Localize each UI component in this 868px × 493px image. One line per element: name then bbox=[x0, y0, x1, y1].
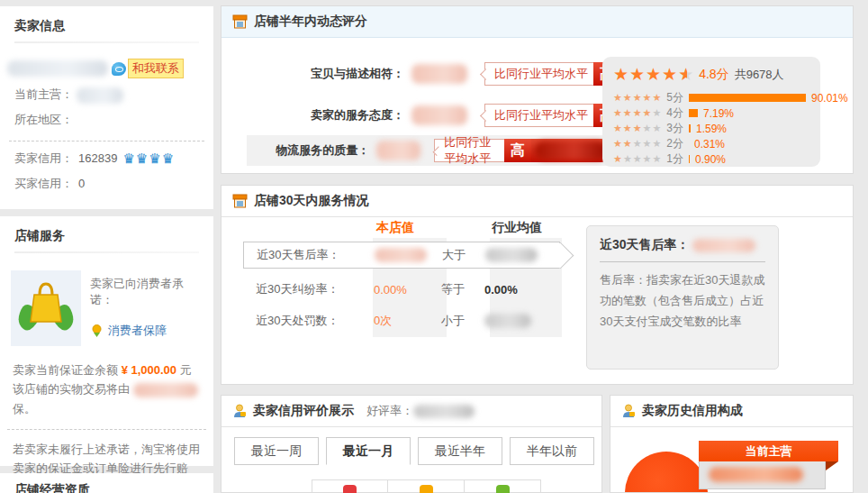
dist-percent: 90.01% bbox=[811, 92, 848, 105]
overall-score: 4.8分 bbox=[699, 67, 728, 83]
tab-last-month[interactable]: 最近一月 bbox=[326, 437, 411, 465]
deposit-amount: ¥ 1,000.00 bbox=[122, 363, 176, 377]
redacted-main-business bbox=[77, 87, 123, 104]
praise-icon bbox=[343, 485, 357, 493]
star-icons-empty: ★★★ bbox=[633, 138, 663, 150]
redacted-industry-value bbox=[485, 248, 538, 262]
person-icon bbox=[232, 404, 247, 418]
shop-service-section: 店铺服务 卖家已向消费者承诺： 消费者保障 bbox=[0, 216, 213, 466]
star-icons: ★★★★ bbox=[613, 64, 678, 85]
deposit-unit: 元 bbox=[180, 363, 192, 377]
contact-me-button[interactable]: 和我联系 bbox=[128, 59, 184, 78]
rating-dist-row: ★★★★★ 2分 0.31% bbox=[613, 136, 809, 151]
shop-icon bbox=[232, 194, 248, 208]
industry-value: 0.00% bbox=[484, 283, 518, 297]
redacted-industry-value bbox=[484, 314, 531, 328]
dist-percent: 0.90% bbox=[695, 153, 726, 166]
neutral-icon bbox=[420, 485, 433, 493]
aftersale-rate-row[interactable]: 近30天售后率： 大于 bbox=[243, 242, 560, 269]
rating-count: 共9678人 bbox=[735, 67, 784, 83]
consumer-guarantee-icon bbox=[11, 270, 81, 346]
star-icons-empty: ★★ bbox=[643, 123, 663, 134]
tab-last-week[interactable]: 最近一周 bbox=[234, 437, 319, 465]
redacted-guarantor bbox=[133, 383, 198, 397]
dynamic-score-header: 店铺半年内动态评分 bbox=[222, 6, 853, 38]
compare-label: 大于 bbox=[442, 247, 485, 263]
seller-credit-label: 卖家信用： bbox=[14, 151, 73, 167]
dist-percent: 1.59% bbox=[696, 123, 727, 135]
redacted-aftersale-value bbox=[692, 239, 755, 252]
credit-pie-chart bbox=[625, 452, 708, 493]
score-label: 卖家的服务态度： bbox=[247, 107, 404, 123]
seller-credit-value: 162839 bbox=[78, 151, 117, 165]
region-row: 所在地区： bbox=[0, 104, 213, 128]
redacted-score bbox=[411, 64, 467, 84]
credit-evaluation-title: 卖家信用评价展示 bbox=[253, 403, 354, 419]
dist-label: 2分 bbox=[666, 136, 683, 151]
redacted-praise-rate bbox=[413, 405, 475, 418]
shop-service-title: 店铺服务 bbox=[0, 216, 213, 261]
tab-before-half-year[interactable]: 半年以前 bbox=[510, 437, 594, 465]
consumer-guarantee-link[interactable]: 消费者保障 bbox=[108, 323, 167, 339]
negative-icon bbox=[496, 485, 510, 493]
redacted-score bbox=[411, 105, 467, 125]
badge-text: 比同行业平均水平 bbox=[484, 62, 593, 86]
info-box-title: 近30天售后率： bbox=[600, 237, 765, 262]
rating-dist-row: ★★★★★ 3分 1.59% bbox=[613, 121, 809, 136]
callout-body bbox=[699, 461, 826, 489]
dist-bar bbox=[689, 155, 690, 163]
service-row-label: 近30天处罚数： bbox=[243, 313, 365, 329]
star-icons: ★ bbox=[613, 153, 623, 165]
seller-name-row: 和我联系 bbox=[0, 51, 213, 78]
seller-info-title: 卖家信息 bbox=[0, 6, 213, 51]
table-cell-praise bbox=[312, 479, 388, 493]
main-business-row: 当前主营： bbox=[0, 78, 213, 104]
dist-percent: 7.19% bbox=[703, 107, 734, 120]
rating-dist-row: ★★★★★ 1分 0.90% bbox=[613, 151, 809, 167]
deposit-line2-prefix: 该店铺的实物交易将由 bbox=[13, 382, 130, 396]
deposit-line2-suffix: 保。 bbox=[13, 402, 36, 415]
buyer-credit-row: 买家信用： 0 bbox=[0, 167, 213, 192]
seller-credit-row: 卖家信用： 162839 ♛♛♛♛ bbox=[0, 142, 213, 167]
star-icons: ★★ bbox=[613, 138, 633, 150]
compare-label: 等于 bbox=[441, 281, 484, 297]
callout-banner: 当前主营 bbox=[699, 441, 838, 461]
main-business-callout: 当前主营 bbox=[699, 441, 838, 489]
rating-type-table bbox=[312, 479, 541, 493]
credit-evaluation-header: 卖家信用评价展示 好评率： bbox=[222, 396, 601, 427]
dist-bar bbox=[689, 109, 698, 117]
service-30day-header: 店铺30天内服务情况 bbox=[222, 186, 853, 217]
rating-dist-row: ★★★★★ 5分 90.01% bbox=[613, 90, 809, 105]
service-row-label: 近30天售后率： bbox=[244, 247, 366, 263]
col-header-shop: 本店值 bbox=[376, 220, 414, 236]
buyer-credit-label: 买家信用： bbox=[14, 176, 73, 192]
table-cell-neutral bbox=[388, 479, 465, 493]
dynamic-score-panel: 店铺半年内动态评分 宝贝与描述相符： 比同行业平均水平 高 卖家的服务态度： 比… bbox=[221, 5, 854, 174]
tab-last-half-year[interactable]: 最近半年 bbox=[418, 437, 502, 465]
shop-icon bbox=[232, 14, 248, 29]
col-header-industry: 行业均值 bbox=[492, 220, 542, 236]
shop-value: 0.00% bbox=[365, 283, 441, 297]
history-credit-title: 卖家历史信用构成 bbox=[642, 403, 743, 419]
penalty-count-row: 近30天处罚数： 0次 小于 bbox=[243, 307, 560, 334]
dist-label: 4分 bbox=[666, 105, 683, 121]
dist-bar bbox=[689, 124, 691, 132]
score-label: 宝贝与描述相符： bbox=[247, 66, 404, 82]
dist-bar bbox=[689, 94, 806, 102]
seller-info-section: 卖家信息 和我联系 当前主营： 所在地区： 卖家信用： 162839 ♛♛♛♛ … bbox=[0, 6, 213, 209]
score-row-logistics: 物流服务的质量： 比同行业平均水平 高 bbox=[247, 135, 607, 166]
score-label: 物流服务的质量： bbox=[247, 142, 369, 159]
redacted-score bbox=[376, 141, 420, 160]
dispute-rate-row: 近30天纠纷率： 0.00% 等于 0.00% bbox=[243, 276, 560, 303]
wangwang-icon[interactable] bbox=[112, 62, 126, 76]
period-tabs: 最近一周 最近一月 最近半年 半年以前 bbox=[234, 437, 601, 465]
info-box-description: 售后率：指卖家在近30天退款成功的笔数（包含售后成立）占近30天支付宝成交笔数的… bbox=[600, 270, 765, 332]
star-icons-empty: ★★★★ bbox=[623, 153, 662, 165]
row-arrow-icon bbox=[547, 242, 574, 269]
deposit-prefix: 卖家当前保证金余额 bbox=[13, 363, 118, 377]
aftersale-info-box: 近30天售后率： 售后率：指卖家在近30天退款成功的笔数（包含售后成立）占近30… bbox=[586, 225, 779, 370]
dist-percent: 0.31% bbox=[694, 138, 725, 151]
table-cell-negative bbox=[465, 479, 541, 493]
rating-summary-box: ★★★★ ★★ 4.8分 共9678人 ★★★★★ 5分 90.01% ★★★★… bbox=[602, 57, 820, 167]
credit-evaluation-panel: 卖家信用评价展示 好评率： 最近一周 最近一月 最近半年 半年以前 bbox=[221, 395, 602, 493]
